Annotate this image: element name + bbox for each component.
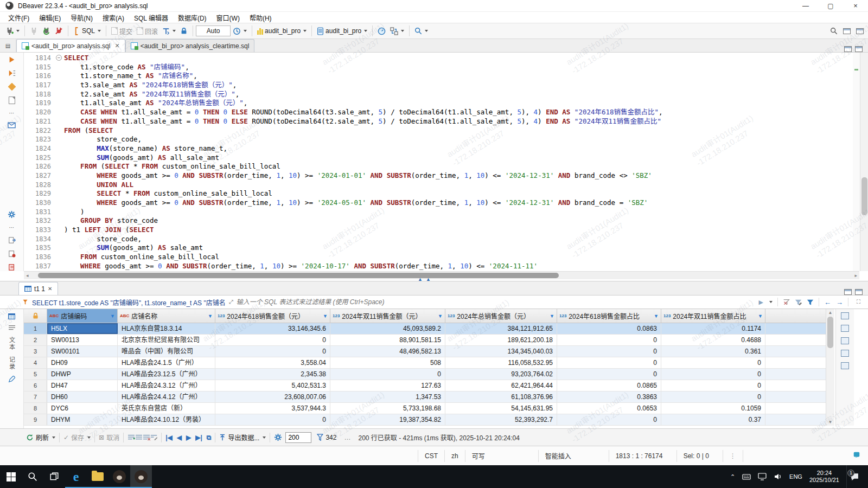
edit-filter-icon[interactable] <box>795 299 802 306</box>
row-number[interactable]: 3 <box>24 346 47 357</box>
scrollbar-thumb[interactable] <box>38 273 559 278</box>
editor-layout-icon[interactable] <box>856 28 864 34</box>
tab-analysis-sql[interactable]: <audit_bi_pro> analysis.sql ✕ <box>16 39 125 52</box>
grid-cell[interactable]: 0 <box>215 414 330 425</box>
grouping-panel-icon[interactable] <box>841 362 849 369</box>
grid-cell[interactable]: 0.1174 <box>661 323 765 334</box>
script-template-icon[interactable] <box>9 97 15 104</box>
save-log-icon[interactable] <box>8 250 16 258</box>
grid-cell[interactable]: 0 <box>557 335 661 345</box>
grid-cell[interactable]: 3,558.04 <box>215 357 330 368</box>
database-selector[interactable]: audit_bi_pro <box>315 25 369 37</box>
more-actions-icon[interactable]: ⋯ <box>9 110 15 116</box>
grid-cell[interactable]: 0.3863 <box>557 391 661 402</box>
grid-cell[interactable]: 189,621,200.18 <box>445 335 557 345</box>
menu-item[interactable]: 数据库(D) <box>173 12 212 23</box>
grid-cell[interactable]: 2,345.38 <box>215 369 330 380</box>
input-language-indicator[interactable]: ENG <box>789 473 802 480</box>
grid-cell[interactable]: DHWP <box>47 369 118 380</box>
grid-cell[interactable]: 116,058,532.95 <box>445 357 557 368</box>
reconnect-button[interactable] <box>40 25 53 37</box>
grid-cell[interactable]: 0.4688 <box>661 335 765 345</box>
refresh-button[interactable]: 刷新 <box>26 433 55 442</box>
status-overflow-icon[interactable]: ⋮ <box>723 450 743 462</box>
execute-statement-icon[interactable] <box>8 56 16 63</box>
grid-view-icon[interactable] <box>8 313 15 319</box>
fetch-settings-gear-icon[interactable] <box>274 433 282 441</box>
close-button[interactable]: × <box>843 0 868 11</box>
grid-cell[interactable]: 0.37 <box>661 414 765 425</box>
last-row-button[interactable]: ▶| <box>195 434 202 441</box>
taskbar-app2-button[interactable] <box>130 465 152 488</box>
cancel-button[interactable]: ⊠取消 <box>99 433 119 442</box>
grid-cell[interactable]: 45,093,589.2 <box>330 323 445 334</box>
grid-cell[interactable]: DH60 <box>47 391 118 402</box>
maximize-editor-icon[interactable] <box>855 46 863 52</box>
grid-cell[interactable]: HLA京东自营18.3.14 <box>118 323 215 334</box>
notifications-status-icon[interactable] <box>853 451 860 459</box>
grid-cell[interactable]: 0 <box>557 369 661 380</box>
row-number[interactable]: 7 <box>24 391 47 402</box>
clear-filter-icon[interactable] <box>783 299 790 306</box>
column-header[interactable]: 1232024年双11销售金额（元）▼ <box>330 309 445 323</box>
row-number[interactable]: 5 <box>24 369 47 380</box>
connection-selector[interactable]: audit_bi_pro <box>255 25 309 36</box>
menu-item[interactable]: 搜索(A) <box>98 12 129 23</box>
menu-item[interactable]: 导航(N) <box>66 12 98 23</box>
commit-button[interactable]: 提交 <box>109 25 135 37</box>
sql-editor-button[interactable]: SQL <box>71 25 103 37</box>
tab-analysis-cleartime-sql[interactable]: <audit_bi_pro> analysis_cleartime.sql <box>125 39 255 52</box>
grid-cell[interactable]: 0.1059 <box>661 403 765 414</box>
connect-button[interactable] <box>28 25 40 37</box>
taskbar-edge-button[interactable]: e <box>65 465 87 488</box>
grid-cell[interactable]: 3,537,944.3 <box>215 403 330 414</box>
code-area[interactable]: 1814SELECT1815 t1.store_code AS "店铺编码",1… <box>24 54 852 271</box>
close-result-tab-icon[interactable]: ✕ <box>48 286 52 292</box>
grid-cell[interactable]: 23,608,007.06 <box>215 391 330 402</box>
scrollbar-thumb[interactable] <box>827 317 833 348</box>
output-console-icon[interactable] <box>8 122 16 129</box>
column-header[interactable]: ABC店铺编码▼ <box>47 309 118 323</box>
grid-cell[interactable]: HLA唯品会24.1.5（广州） <box>118 357 215 368</box>
filters-menu-icon[interactable] <box>807 299 814 306</box>
open-perspective-icon[interactable] <box>843 28 851 34</box>
grid-cell[interactable]: SW00113 <box>47 335 118 345</box>
scroll-right-icon[interactable]: ▸ <box>854 273 857 278</box>
grid-cell[interactable]: 0 <box>215 346 330 357</box>
grid-cell[interactable]: 93,203,764.02 <box>445 369 557 380</box>
grid-cell[interactable]: 0 <box>330 369 445 380</box>
new-connection-button[interactable] <box>3 25 22 37</box>
maximize-button[interactable]: ▢ <box>818 0 843 11</box>
grid-cell[interactable]: 0 <box>661 380 765 391</box>
text-view-icon[interactable] <box>8 325 16 331</box>
value-viewer-panel-icon[interactable] <box>841 312 849 319</box>
grid-cell[interactable]: DHYM <box>47 414 118 425</box>
column-header[interactable]: 1232024年618销售金额（元）▼ <box>215 309 330 323</box>
first-row-button[interactable]: |◀ <box>165 434 173 441</box>
history-forward-icon[interactable]: → <box>836 298 843 306</box>
grid-cell[interactable]: 33,146,345.6 <box>215 323 330 334</box>
column-header[interactable]: 1232024年双11销售金额占比▼ <box>661 309 765 323</box>
grid-cell[interactable]: HLA唯品会24.10.12（男装） <box>118 414 215 425</box>
column-filter-icon[interactable]: ▼ <box>206 313 213 319</box>
restore-panel-icon[interactable]: ▤ <box>5 43 10 49</box>
grid-cell[interactable]: 508 <box>330 357 445 368</box>
menu-item[interactable]: 帮助(H) <box>245 12 277 23</box>
grid-cell[interactable]: 英氏京东自营店（新） <box>118 403 215 414</box>
minimize-results-icon[interactable] <box>844 289 852 295</box>
grid-cell[interactable]: 61,108,376.96 <box>445 391 557 402</box>
grid-cell[interactable]: 北京京东世纪贸易有限公司 <box>118 335 215 345</box>
metadata-panel-icon[interactable] <box>841 325 849 332</box>
menu-item[interactable]: 窗口(W) <box>212 12 245 23</box>
taskbar-app1-button[interactable] <box>108 465 130 488</box>
rollback-button[interactable]: 回滚 <box>135 25 160 37</box>
grid-cell[interactable]: 5,733,198.68 <box>330 403 445 414</box>
transaction-mode-button[interactable] <box>160 25 178 37</box>
apply-filter-icon[interactable]: ▶ <box>759 299 763 306</box>
grid-cell[interactable]: 0 <box>661 369 765 380</box>
minimize-editor-icon[interactable] <box>844 46 852 52</box>
grid-cell[interactable]: HLA唯品会24.3.12（广州） <box>118 380 215 391</box>
grid-cell[interactable]: DYC6 <box>47 403 118 414</box>
sash-controls[interactable]: ▲▲ <box>418 277 431 282</box>
more-panel-icon[interactable]: ⋯ <box>9 224 15 230</box>
